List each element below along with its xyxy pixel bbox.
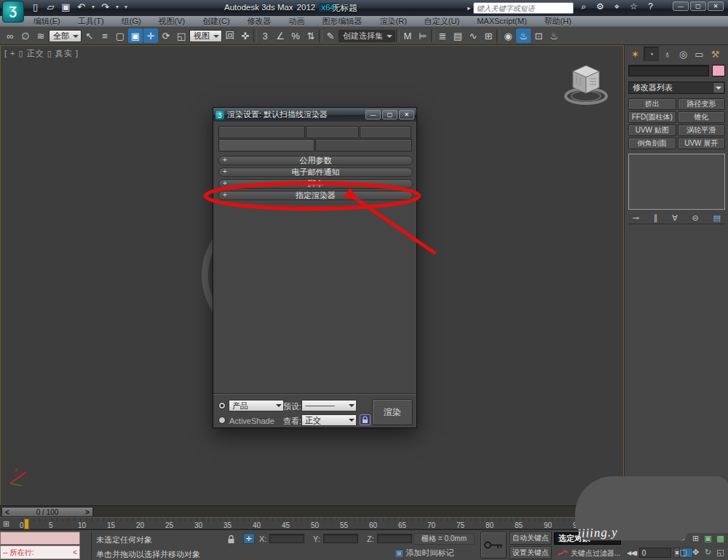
expand-plus-icon[interactable]: +	[223, 191, 227, 199]
communication-center-icon[interactable]: ⚙	[595, 1, 606, 12]
pan-view-icon[interactable]: ✥	[689, 545, 702, 559]
view-dropdown[interactable]: 正交	[301, 414, 357, 426]
edit-named-sets-icon[interactable]: ✎	[323, 28, 338, 43]
tab-display-icon[interactable]: ▭	[692, 47, 707, 61]
add-time-tag[interactable]: ▣ 添加时间标记	[395, 548, 454, 559]
tab-motion-icon[interactable]: ◎	[676, 47, 691, 61]
save-file-icon[interactable]: ▣	[60, 1, 72, 14]
dialog-tab[interactable]	[218, 126, 305, 138]
viewport-label[interactable]: [ + ▯ 正交 ▯ 真实 ]	[4, 48, 79, 59]
tab-modify-icon[interactable]: ◔	[644, 47, 659, 61]
separator[interactable]	[431, 29, 435, 42]
dialog-tab[interactable]	[315, 139, 412, 151]
set-keys-button[interactable]	[480, 532, 507, 559]
redo-dropdown-icon[interactable]: ▾	[114, 1, 120, 14]
snap-toggle-3d-icon[interactable]: 3	[258, 28, 272, 43]
schematic-view-icon[interactable]: ⊞	[481, 28, 496, 43]
tab-hierarchy-icon[interactable]: ♁	[660, 47, 675, 61]
infocenter-help-icon[interactable]: ?	[645, 1, 656, 12]
remove-modifier-icon[interactable]: ⊝	[692, 213, 699, 223]
menu-item[interactable]: 编辑(E)	[25, 16, 69, 27]
menu-item[interactable]: 图形编辑器	[314, 16, 371, 27]
lock-view-icon[interactable]	[360, 414, 371, 425]
render-mode-dropdown[interactable]: 产品	[229, 400, 284, 411]
modifier-list-dropdown[interactable]: 修改器列表	[628, 82, 725, 94]
open-file-icon[interactable]: ▱	[44, 1, 57, 14]
menu-item[interactable]: 修改器	[239, 16, 280, 27]
modifier-button[interactable]: FFD(圆柱体)	[628, 111, 676, 123]
y-coordinate-field[interactable]	[323, 534, 358, 543]
menu-item[interactable]: 动画	[280, 16, 314, 27]
align-icon[interactable]: ⊨	[416, 28, 430, 43]
zoom-all-icon[interactable]: ⊞	[689, 532, 702, 545]
absolute-mode-toggle-icon[interactable]: ✛	[243, 533, 255, 544]
current-frame-field[interactable]: 0	[639, 548, 671, 558]
previous-frame-icon[interactable]: <	[2, 508, 12, 516]
select-and-link-icon[interactable]: ∞	[3, 28, 17, 43]
mini-curve-editor-icon[interactable]: ⊞	[3, 519, 9, 529]
configure-modifier-sets-icon[interactable]: ▤	[713, 213, 721, 223]
unlink-selection-icon[interactable]: ∅	[18, 28, 33, 43]
modifier-button[interactable]: 路径变形	[678, 98, 726, 110]
selection-lock-icon[interactable]	[227, 534, 235, 547]
modifier-button[interactable]: 锥化	[678, 111, 726, 123]
dialog-maximize-button[interactable]: ▢	[382, 110, 397, 119]
dialog-title-bar[interactable]: Ʒ 渲染设置: 默认扫描线渲染器 —▢✕	[213, 108, 416, 122]
maximize-viewport-icon[interactable]: ◱	[714, 545, 727, 559]
show-end-result-icon[interactable]: ∥	[654, 213, 658, 223]
layer-manager-icon[interactable]: ≣	[435, 28, 450, 43]
time-slider-track[interactable]: < 0 / 100 >	[0, 505, 624, 517]
z-coordinate-field[interactable]	[377, 534, 412, 543]
macro-recorder-field[interactable]	[0, 532, 80, 545]
favorites-icon[interactable]: ☆	[628, 1, 639, 12]
select-and-manipulate-icon[interactable]: ✜	[238, 28, 253, 43]
menu-item[interactable]: 组(G)	[113, 16, 150, 27]
auto-key-button[interactable]: 自动关键点	[510, 532, 552, 545]
named-selection-sets-dropdown[interactable]: 创建选择集	[339, 30, 395, 42]
orbit-icon[interactable]: ↻	[702, 545, 714, 559]
undo-dropdown-icon[interactable]: ▾	[90, 1, 96, 14]
application-menu-logo-icon[interactable]: Ʒ	[2, 1, 24, 23]
menu-item[interactable]: 帮助(H)	[536, 16, 580, 27]
expand-plus-icon[interactable]: +	[223, 167, 227, 176]
select-by-name-icon[interactable]: ≡	[98, 28, 112, 43]
render-button[interactable]: 渲染	[372, 399, 413, 425]
dialog-tab[interactable]	[360, 126, 411, 138]
modifier-button[interactable]: 倒角剖面	[628, 138, 676, 149]
make-unique-icon[interactable]: ∀	[672, 213, 678, 223]
render-production-icon[interactable]: ♨	[547, 28, 561, 43]
expand-plus-icon[interactable]: +	[223, 179, 227, 187]
select-and-rotate-icon[interactable]: ⟳	[159, 28, 173, 43]
next-frame-icon[interactable]: >	[82, 508, 92, 516]
separator[interactable]	[496, 29, 500, 42]
search-icon[interactable]: ⌕	[578, 1, 589, 12]
angle-snap-icon[interactable]: ∠	[273, 28, 288, 43]
region-zoom-icon[interactable]: ▢	[677, 545, 689, 559]
menu-item[interactable]: MAXScript(M)	[468, 17, 535, 25]
preset-dropdown[interactable]: --------------------	[301, 400, 357, 411]
modifier-stack-list[interactable]	[628, 154, 725, 210]
maxscript-listener-field[interactable]: -- 所在行: <	[0, 545, 80, 559]
rollout-header[interactable]: + 公用参数	[218, 156, 413, 165]
tab-create-icon[interactable]: ✶	[628, 47, 643, 61]
go-to-start-icon[interactable]: ◀◀▮	[627, 550, 637, 556]
modifier-button[interactable]: UVW 展开	[678, 138, 726, 149]
separator[interactable]	[319, 29, 323, 42]
close-button[interactable]: ✕	[708, 1, 724, 11]
production-radio[interactable]	[218, 402, 226, 409]
render-setup-icon[interactable]: ♨	[516, 28, 531, 43]
qat-customize-icon[interactable]: ▾	[123, 1, 129, 14]
menu-item[interactable]: 渲染(R)	[371, 16, 416, 27]
separator[interactable]	[253, 29, 257, 42]
selection-filter-dropdown[interactable]: 全部	[49, 30, 82, 42]
expand-plus-icon[interactable]: +	[223, 156, 227, 164]
menu-item[interactable]: 视图(V)	[150, 16, 194, 27]
new-scene-icon[interactable]: ▯	[29, 1, 41, 14]
viewcube[interactable]	[557, 61, 615, 109]
key-filters-button[interactable]: 关键点过滤器...	[558, 548, 620, 559]
select-and-scale-icon[interactable]: ◱	[174, 28, 189, 43]
modifier-button[interactable]: 涡轮平滑	[678, 125, 726, 136]
menu-item[interactable]: 创建(C)	[194, 16, 238, 27]
rendered-frame-window-icon[interactable]: ⊡	[531, 28, 546, 43]
menu-item[interactable]: 自定义(U)	[416, 16, 468, 27]
